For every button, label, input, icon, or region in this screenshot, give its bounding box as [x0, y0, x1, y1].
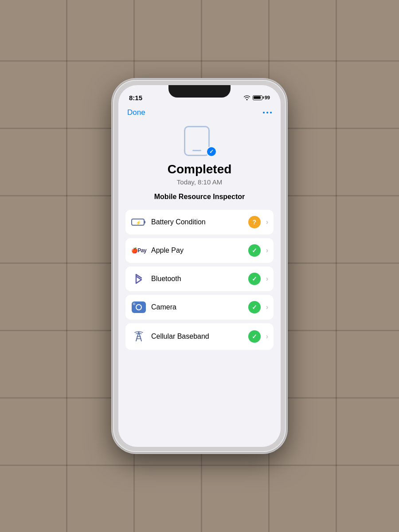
battery-status-icon-text: ? [252, 219, 256, 226]
battery-percent: 99 [265, 95, 270, 100]
cellular-status-badge: ✓ [248, 330, 261, 343]
status-time: 8:15 [129, 94, 142, 102]
phone-device: 8:15 99 [113, 80, 286, 452]
done-button[interactable]: Done [127, 108, 145, 117]
check-badge-icon [206, 146, 217, 157]
camera-label: Camera [151, 303, 244, 311]
cellular-icon [131, 329, 147, 344]
completed-subtitle: Today, 8:10 AM [177, 178, 222, 186]
wifi-icon [243, 95, 250, 100]
list-item-cellular[interactable]: Cellular Baseband ✓ › [125, 323, 274, 350]
bluetooth-label: Bluetooth [151, 275, 244, 283]
more-dot-2 [266, 112, 268, 113]
nav-bar: Done [118, 105, 281, 119]
more-button[interactable] [263, 112, 272, 113]
completed-icon [184, 126, 215, 157]
camera-status-icon-text: ✓ [252, 304, 257, 311]
more-dot-3 [270, 112, 272, 113]
camera-icon [131, 301, 147, 313]
applepay-status-badge: ✓ [248, 244, 261, 257]
camera-flash-detail [133, 303, 135, 305]
applepay-icon: 🍎Pay [131, 247, 147, 254]
camera-lens-detail [136, 304, 142, 310]
svg-rect-1 [144, 221, 145, 223]
list-item-camera[interactable]: Camera ✓ › [125, 295, 274, 320]
battery-label: Battery Condition [151, 218, 244, 226]
section-title: Mobile Resource Inspector [154, 193, 245, 201]
more-dot-1 [263, 112, 265, 113]
items-list: ⚡ Battery Condition ? › 🍎Pay [118, 210, 281, 350]
cellular-chevron-icon: › [266, 332, 268, 340]
list-item-applepay[interactable]: 🍎Pay Apple Pay ✓ › [125, 238, 274, 263]
battery-chevron-icon: › [266, 218, 268, 226]
bluetooth-icon [131, 273, 147, 285]
battery-status-icon [253, 95, 262, 100]
status-icons: 99 [243, 95, 270, 100]
list-item-bluetooth[interactable]: Bluetooth ✓ › [125, 266, 274, 291]
svg-text:⚡: ⚡ [136, 220, 141, 226]
phone-body: 8:15 99 [113, 80, 286, 452]
battery-status-badge: ? [248, 216, 261, 228]
camera-status-badge: ✓ [248, 301, 261, 313]
screen-content: Done Completed Today, 8:10 AM Mob [118, 105, 281, 447]
applepay-chevron-icon: › [266, 246, 268, 254]
completed-title: Completed [168, 162, 232, 176]
bluetooth-status-icon-text: ✓ [252, 275, 257, 282]
applepay-status-icon-text: ✓ [252, 247, 257, 254]
camera-chevron-icon: › [266, 303, 268, 311]
battery-icon: ⚡ [131, 218, 147, 227]
cellular-status-icon-text: ✓ [252, 333, 257, 340]
applepay-label: Apple Pay [151, 246, 244, 254]
cellular-label: Cellular Baseband [151, 332, 244, 340]
hero-section: Completed Today, 8:10 AM Mobile Resource… [118, 119, 281, 210]
list-item-battery[interactable]: ⚡ Battery Condition ? › [125, 210, 274, 235]
notch [168, 85, 231, 98]
bluetooth-chevron-icon: › [266, 275, 268, 283]
bluetooth-status-badge: ✓ [248, 273, 261, 285]
phone-screen: 8:15 99 [118, 85, 281, 447]
